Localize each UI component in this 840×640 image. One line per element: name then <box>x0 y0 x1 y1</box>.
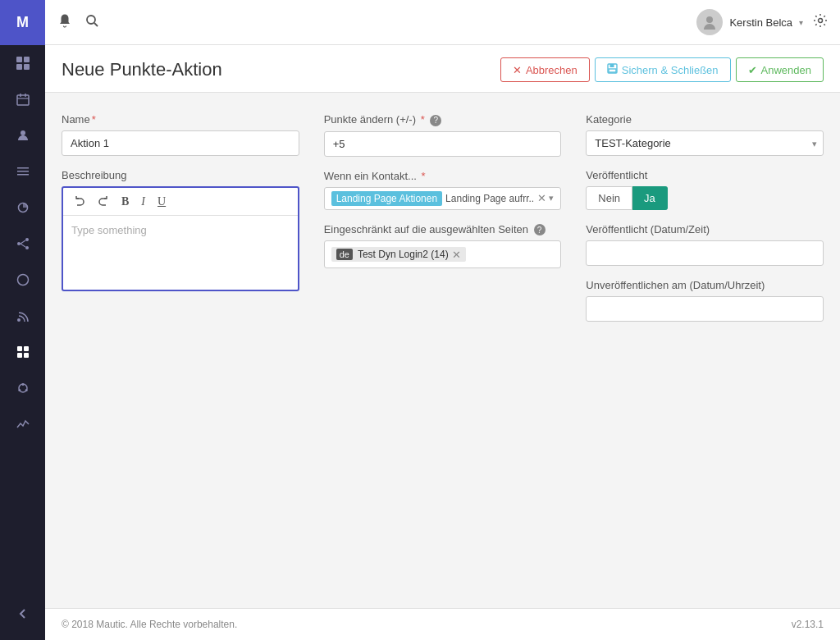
cancel-button[interactable]: ✕ Abbrechen <box>500 57 590 82</box>
veroeffentlicht-group: Veröffentlicht Nein Ja <box>586 169 824 210</box>
redo-button[interactable] <box>94 192 113 211</box>
svg-point-19 <box>17 318 21 322</box>
col-mid: Punkte ändern (+/-) * ? Wenn ein Kontakt… <box>324 113 562 619</box>
toggle-ja-button[interactable]: Ja <box>632 186 668 210</box>
veroeffentlicht-label: Veröffentlicht <box>586 169 824 181</box>
svg-rect-20 <box>17 346 22 351</box>
user-menu[interactable]: Kerstin Belca ▾ <box>696 9 803 35</box>
topbar: Kerstin Belca ▾ <box>45 0 840 45</box>
svg-rect-21 <box>24 346 29 351</box>
undo-button[interactable] <box>70 192 89 211</box>
kategorie-select[interactable]: TEST-Kategorie <box>586 130 824 156</box>
svg-rect-34 <box>609 69 616 72</box>
svg-point-18 <box>17 275 28 286</box>
unveroef-label: Unveröffentlichen am (Datum/Uhrzeit) <box>586 279 824 291</box>
footer: © 2018 Mautic. Alle Rechte vorbehalten. … <box>45 608 840 640</box>
svg-point-25 <box>21 383 24 386</box>
page-header: Neue Punkte-Aktion ✕ Abbrechen Sichern &… <box>45 45 840 93</box>
svg-point-27 <box>18 389 21 391</box>
svg-rect-23 <box>24 353 29 358</box>
form-body: Name* Beschreibung <box>45 93 840 640</box>
col-left: Name* Beschreibung <box>62 113 299 619</box>
toggle-nein-button[interactable]: Nein <box>586 186 632 210</box>
sidebar-item-reports[interactable] <box>0 190 45 226</box>
sidebar-item-points[interactable] <box>0 262 45 298</box>
veroeffentlicht-datum-label: Veröffentlicht (Datum/Zeit) <box>586 223 824 235</box>
editor-toolbar: B I U <box>63 188 298 216</box>
eingeschraenkt-input[interactable]: de Test Dyn Login2 (14) ✕ <box>324 240 562 268</box>
eingeschraenkt-group: Eingeschränkt auf die ausgewählten Seite… <box>324 223 562 269</box>
svg-point-14 <box>25 238 29 241</box>
sidebar-item-dashboard[interactable] <box>0 45 45 81</box>
eingeschraenkt-help-icon[interactable]: ? <box>534 224 546 235</box>
apply-icon: ✔ <box>748 64 757 76</box>
kontakt-label: Wenn ein Kontakt... * <box>324 170 562 182</box>
svg-point-8 <box>21 130 25 135</box>
punkte-group: Punkte ändern (+/-) * ? <box>324 113 562 157</box>
sidebar-item-analytics[interactable] <box>0 406 45 442</box>
svg-point-30 <box>706 16 713 23</box>
svg-rect-9 <box>17 167 29 169</box>
svg-rect-2 <box>16 64 22 70</box>
sidebar-item-components[interactable] <box>0 334 45 370</box>
punkte-input[interactable] <box>324 131 562 157</box>
svg-rect-33 <box>609 64 614 67</box>
tag-prefix: de <box>336 249 353 260</box>
svg-line-16 <box>21 240 25 244</box>
search-icon[interactable] <box>84 13 99 31</box>
kategorie-label: Kategorie <box>586 113 824 126</box>
kontakt-dropdown-icon: ▾ <box>549 193 554 203</box>
bell-icon[interactable] <box>57 13 72 31</box>
svg-rect-4 <box>17 95 29 105</box>
veroeffentlicht-datum-input[interactable] <box>586 240 824 266</box>
svg-rect-11 <box>17 174 29 176</box>
copyright-text: © 2018 Mautic. Alle Rechte vorbehalten. <box>62 619 237 630</box>
sidebar-item-calendar[interactable] <box>0 81 45 117</box>
svg-rect-0 <box>16 57 22 62</box>
sidebar-item-campaigns[interactable] <box>0 226 45 262</box>
save-close-button[interactable]: Sichern & Schließen <box>595 57 731 82</box>
svg-point-26 <box>25 389 27 391</box>
unveroef-input[interactable] <box>586 296 824 322</box>
description-content[interactable]: Type something <box>63 216 298 290</box>
svg-line-17 <box>21 244 25 247</box>
description-group: Beschreibung <box>62 169 299 291</box>
sidebar-item-themes[interactable] <box>0 370 45 406</box>
svg-point-31 <box>819 19 823 23</box>
name-input[interactable] <box>62 130 299 156</box>
eingeschraenkt-tag: de Test Dyn Login2 (14) ✕ <box>331 247 466 262</box>
avatar <box>696 9 723 35</box>
punkte-label: Punkte ändern (+/-) * ? <box>324 113 562 126</box>
svg-rect-22 <box>17 353 22 358</box>
bold-button[interactable]: B <box>117 193 133 211</box>
sidebar-item-rss[interactable] <box>0 298 45 334</box>
tag-close-icon[interactable]: ✕ <box>452 249 461 260</box>
veroeffentlicht-toggle: Nein Ja <box>586 186 824 210</box>
main-content: Neue Punkte-Aktion ✕ Abbrechen Sichern &… <box>45 45 840 640</box>
svg-line-29 <box>94 23 98 26</box>
unveroef-group: Unveröffentlichen am (Datum/Uhrzeit) <box>586 279 824 322</box>
kontakt-tag: Landing Page Aktionen <box>331 191 442 206</box>
kontakt-select[interactable]: Landing Page Aktionen Landing Page aufrr… <box>324 187 562 210</box>
sidebar-item-segments[interactable] <box>0 153 45 190</box>
page-title: Neue Punkte-Aktion <box>62 59 222 80</box>
italic-button[interactable]: I <box>137 193 149 211</box>
apply-button[interactable]: ✔ Anwenden <box>736 57 824 82</box>
sidebar-collapse-button[interactable] <box>0 596 45 632</box>
kontakt-remove-icon[interactable]: ✕ <box>537 192 546 204</box>
settings-gear-icon[interactable] <box>813 13 828 31</box>
name-label: Name* <box>62 113 299 126</box>
underline-button[interactable]: U <box>153 193 170 211</box>
kontakt-group: Wenn ein Kontakt... * Landing Page Aktio… <box>324 170 562 210</box>
tag-value: Test Dyn Login2 (14) <box>358 249 449 260</box>
kategorie-group: Kategorie TEST-Kategorie ▾ <box>586 113 824 156</box>
sidebar: M <box>0 0 45 640</box>
svg-rect-10 <box>17 171 29 172</box>
app-logo[interactable]: M <box>0 0 45 45</box>
cancel-icon: ✕ <box>513 64 522 76</box>
punkte-help-icon[interactable]: ? <box>430 115 441 126</box>
user-chevron-icon: ▾ <box>799 18 803 27</box>
sidebar-item-contacts[interactable] <box>0 117 45 153</box>
kontakt-tag-value: Landing Page aufrr.. <box>445 193 534 204</box>
version-text: v2.13.1 <box>792 619 824 630</box>
